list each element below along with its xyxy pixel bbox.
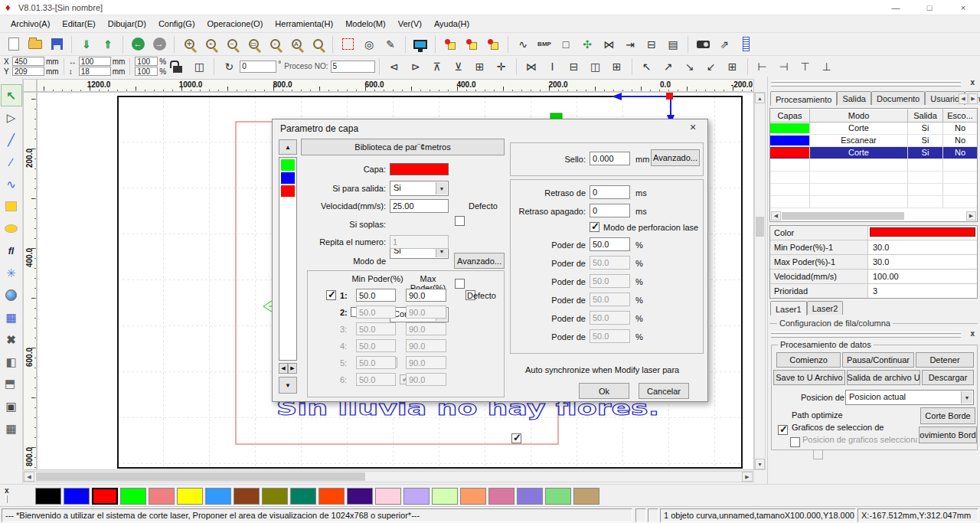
layer-row-selected[interactable]: Corte Si No <box>770 147 977 159</box>
prop-row[interactable]: Velocidad(mm/s) 100.00 <box>770 270 977 284</box>
text-tool[interactable]: fI <box>1 240 22 262</box>
palette-color[interactable] <box>64 488 90 505</box>
output-list-button[interactable]: ▤ <box>663 34 683 54</box>
palette-close-icon[interactable]: x <box>5 486 9 495</box>
close-button[interactable]: × <box>946 0 980 15</box>
tab-documento[interactable]: Documento <box>871 91 925 105</box>
panel-grip[interactable]: x <box>768 79 980 89</box>
mark-position-2-button[interactable] <box>462 34 482 54</box>
palette-color[interactable] <box>290 488 316 505</box>
tab-scroll-right[interactable]: ▶ <box>969 93 978 104</box>
layers-scroll-right[interactable]: ▶ <box>966 211 976 221</box>
salida-archivo-u-button[interactable]: Salida de archivo U <box>847 370 920 385</box>
scale-x-input[interactable] <box>135 57 158 66</box>
max-poder-6-input[interactable] <box>406 373 446 386</box>
layers-scroll-left[interactable]: ◀ <box>771 211 781 221</box>
menu-editar[interactable]: Editar(E) <box>56 17 101 31</box>
pen-button[interactable]: ✎ <box>381 34 400 54</box>
panel-grip-2[interactable]: x <box>768 330 980 340</box>
offset-tool[interactable]: ▣ <box>1 395 22 417</box>
prop-row-color[interactable]: Color <box>770 226 977 240</box>
prop-row[interactable]: Prioridad 3 <box>770 284 977 298</box>
restore-button[interactable]: □ <box>913 0 946 15</box>
line-tool[interactable]: ╱ <box>1 129 22 151</box>
scroll-down-button[interactable]: ▼ <box>755 459 765 469</box>
redo-button[interactable]: → <box>149 34 169 54</box>
x-input[interactable] <box>12 57 44 66</box>
repita-input[interactable] <box>390 235 449 249</box>
graficos-checkbox[interactable] <box>790 437 800 447</box>
palette-color[interactable] <box>347 488 373 505</box>
velocidad-input[interactable] <box>390 199 449 213</box>
distribute-h-button[interactable]: ⋈ <box>521 57 541 77</box>
min-poder-2-input[interactable] <box>356 306 396 319</box>
cancel-button[interactable]: Cancelar <box>639 383 689 399</box>
menu-dibujar[interactable]: Dibujar(D) <box>102 17 152 31</box>
zoom-drag-button[interactable]: ▫ <box>265 34 285 54</box>
select-tool[interactable]: ↖ <box>1 84 22 106</box>
virtual-array-tool[interactable]: ▦ <box>1 417 22 440</box>
menu-modelo[interactable]: Modelo(M) <box>339 17 392 31</box>
minimize-button[interactable]: — <box>879 0 913 15</box>
dialog-close-button[interactable]: × <box>684 121 701 135</box>
layer-row[interactable]: Escanear Si No <box>770 135 977 147</box>
lock-ratio-button[interactable] <box>168 57 188 77</box>
y-input[interactable] <box>12 67 44 76</box>
weld-button[interactable]: ⋈ <box>599 34 619 54</box>
prop-row[interactable]: Min Poder(%)-1 30.0 <box>770 240 977 255</box>
power-row-1-checkbox[interactable] <box>326 290 336 300</box>
max-poder-2-input[interactable] <box>406 306 446 319</box>
proceso-input[interactable] <box>331 60 375 73</box>
edge-right-button[interactable]: ⊣ <box>774 57 794 77</box>
scroll-up-button[interactable]: ▲ <box>755 93 765 103</box>
retraso-apagado-input[interactable] <box>590 204 630 217</box>
palette-color[interactable] <box>177 488 203 505</box>
ok-button[interactable]: Ok <box>579 383 629 399</box>
layers-scroll-thumb[interactable] <box>782 212 904 220</box>
node-graph-button[interactable]: ✣ <box>577 34 597 54</box>
track-button[interactable]: ◎ <box>359 34 379 54</box>
posicion-dropdown[interactable]: Posicion actual ▼ <box>845 390 974 405</box>
palette-color[interactable] <box>149 488 175 505</box>
save-button[interactable] <box>47 34 67 54</box>
measure-button[interactable]: ⇥ <box>620 34 640 54</box>
menu-herramienta[interactable]: Herramienta(H) <box>269 17 339 31</box>
zoom-select-button[interactable] <box>308 34 328 54</box>
min-poder-1-input[interactable] <box>356 289 396 302</box>
poder-4-input[interactable] <box>590 293 630 306</box>
dialog-layer-swatch[interactable] <box>281 172 295 184</box>
panel-close-icon[interactable]: x <box>970 78 975 87</box>
scroll-right-button[interactable]: ▶ <box>742 472 753 482</box>
sello-input[interactable] <box>590 152 630 165</box>
align-center-button[interactable]: ⊞ <box>470 57 490 77</box>
scroll-left-button[interactable]: ◀ <box>24 472 34 482</box>
palette-color[interactable] <box>375 488 401 505</box>
export-button[interactable]: ⇑ <box>98 34 118 54</box>
horizontal-scrollbar[interactable]: ◀ ▶ <box>23 471 754 482</box>
grid-preview-tool[interactable]: ▦ <box>1 306 22 329</box>
palette-color[interactable] <box>545 488 571 505</box>
flip-h-button[interactable]: ⊲ <box>384 57 404 77</box>
cross-align-button[interactable]: ✛ <box>492 57 511 77</box>
align-bottom-left-button[interactable]: ↙ <box>701 57 721 77</box>
open-file-button[interactable] <box>25 34 45 54</box>
si-para-salida-dropdown[interactable]: Si ▼ <box>390 181 449 196</box>
rectangle-check-button[interactable]: □ <box>556 34 576 54</box>
save-to-u-button[interactable]: Save to U Archivo <box>773 370 845 385</box>
min-poder-6-input[interactable] <box>356 373 396 386</box>
ellipse-tool[interactable] <box>1 217 22 240</box>
dropdown-arrow-icon[interactable]: ▼ <box>961 391 972 404</box>
width-input[interactable] <box>79 57 111 66</box>
mark-position-button[interactable] <box>440 34 460 54</box>
perforacion-checkbox[interactable] <box>590 222 599 232</box>
polyline-tool[interactable]: ∕ <box>1 151 22 173</box>
prop-row[interactable]: Max Poder(%)-1 30.0 <box>770 255 977 270</box>
palette-color[interactable] <box>403 488 430 505</box>
height-input[interactable] <box>79 67 111 76</box>
new-file-button[interactable] <box>4 34 24 54</box>
mirror-v-tool[interactable]: ◧ <box>1 373 22 395</box>
center-canvas-button[interactable]: ⊞ <box>723 57 743 77</box>
rotate-button[interactable]: ↻ <box>219 57 239 77</box>
max-poder-1-input[interactable] <box>406 289 446 302</box>
rotate-input[interactable] <box>240 60 276 73</box>
